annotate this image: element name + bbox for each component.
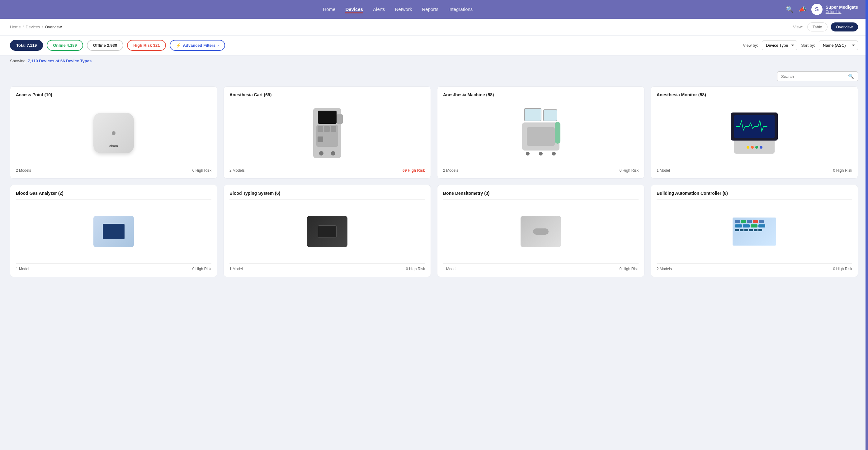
device-card[interactable]: Anesthesia Machine (58) — [437, 86, 645, 178]
breadcrumb-sep-2: / — [42, 25, 43, 29]
showing-bar: Showing: 7,119 Devices of 66 Device Type… — [0, 55, 868, 66]
user-org[interactable]: Columbia — [826, 10, 858, 14]
device-grid: Access Point (10) 2 Models0 High RiskAne… — [10, 86, 858, 277]
device-card-footer: 2 Models69 High Risk — [229, 165, 425, 173]
search-icon: 🔍 — [848, 74, 854, 79]
device-card-title: Blood Typing System (6) — [229, 191, 425, 200]
user-info: Super Medigate Columbia — [826, 5, 858, 14]
device-card-high-risk: 0 High Risk — [620, 168, 639, 173]
showing-prefix: Showing: — [10, 59, 27, 63]
device-card-title: Bone Densitometry (3) — [443, 191, 639, 200]
content-area: 🔍 Access Point (10) 2 Models0 High RiskA… — [0, 66, 868, 287]
nav-user: S Super Medigate Columbia — [811, 4, 858, 15]
view-label: View: — [793, 25, 803, 29]
main-nav: HomeDevicesAlertsNetworkReportsIntegrati… — [0, 0, 868, 19]
device-card[interactable]: Anesthesia Monitor (58) — [651, 86, 858, 178]
sort-by-label: Sort by: — [801, 43, 815, 48]
breadcrumb-bar: Home / Devices / Overview View: Table Ov… — [0, 19, 868, 35]
device-card-title: Building Automation Controller (8) — [657, 191, 852, 200]
device-card-footer: 1 Model0 High Risk — [657, 165, 852, 173]
device-card-image — [443, 105, 639, 161]
device-card-title: Anesthesia Monitor (58) — [657, 92, 852, 101]
advanced-filters-label: Advanced Filters — [183, 43, 215, 48]
device-card-models: 1 Model — [229, 267, 243, 271]
nav-links: HomeDevicesAlertsNetworkReportsIntegrati… — [10, 5, 786, 13]
search-row: 🔍 — [10, 72, 858, 81]
device-card-title: Anesthesia Machine (58) — [443, 92, 639, 101]
filter-bar: Total 7,119 Online 4,189 Offline 2,930 H… — [0, 35, 868, 55]
breadcrumb-current: Overview — [45, 25, 62, 29]
view-by-label: View by: — [743, 43, 758, 48]
high-risk-filter-button[interactable]: High Risk 321 — [127, 40, 166, 51]
device-card-footer: 1 Model0 High Risk — [443, 263, 639, 271]
avatar: S — [811, 4, 823, 15]
device-card-models: 2 Models — [657, 267, 672, 271]
device-card-image — [657, 105, 852, 161]
nav-link-integrations[interactable]: Integrations — [448, 5, 473, 13]
device-card-high-risk: 0 High Risk — [833, 267, 852, 271]
device-card-high-risk: 0 High Risk — [192, 267, 211, 271]
device-card-footer: 2 Models0 High Risk — [443, 165, 639, 173]
device-card[interactable]: Building Automation Controller (8) — [651, 185, 858, 277]
chevron-right-icon: › — [217, 43, 219, 48]
filter-icon: ⚡ — [176, 43, 181, 48]
nav-link-network[interactable]: Network — [395, 5, 412, 13]
device-card-models: 2 Models — [16, 168, 31, 173]
online-filter-button[interactable]: Online 4,189 — [47, 40, 83, 51]
nav-link-home[interactable]: Home — [323, 5, 335, 13]
device-card[interactable]: Access Point (10) 2 Models0 High Risk — [10, 86, 217, 178]
device-card[interactable]: Blood Typing System (6) 1 Model0 High Ri… — [223, 185, 431, 277]
device-card[interactable]: Blood Gas Analyzer (2) 1 Model0 High Ris… — [10, 185, 217, 277]
breadcrumb-home[interactable]: Home — [10, 25, 21, 29]
user-name: Super Medigate — [826, 5, 858, 10]
device-card-footer: 1 Model0 High Risk — [229, 263, 425, 271]
device-card-high-risk: 0 High Risk — [620, 267, 639, 271]
nav-link-reports[interactable]: Reports — [422, 5, 438, 13]
device-card-image — [229, 105, 425, 161]
device-card-models: 2 Models — [443, 168, 458, 173]
search-input[interactable] — [781, 74, 845, 79]
nav-link-alerts[interactable]: Alerts — [373, 5, 385, 13]
view-by-select[interactable]: Device TypeVendorLocationRisk Level — [762, 40, 797, 50]
device-card[interactable]: Bone Densitometry (3) 1 Model0 High Risk — [437, 185, 645, 277]
device-card-image — [657, 203, 852, 260]
device-card-title: Blood Gas Analyzer (2) — [16, 191, 211, 200]
nav-icons: 🔍 📣 S Super Medigate Columbia — [786, 4, 858, 15]
device-card-footer: 2 Models0 High Risk — [16, 165, 211, 173]
device-card-image — [229, 203, 425, 260]
device-card-title: Anesthesia Cart (69) — [229, 92, 425, 101]
device-card-image — [443, 203, 639, 260]
breadcrumb-devices[interactable]: Devices — [26, 25, 40, 29]
device-card-high-risk: 0 High Risk — [192, 168, 211, 173]
total-filter-button[interactable]: Total 7,119 — [10, 40, 43, 51]
overview-view-button[interactable]: Overview — [831, 23, 858, 31]
device-card-image — [16, 105, 211, 161]
advanced-filters-button[interactable]: ⚡ Advanced Filters › — [170, 40, 225, 51]
device-card-footer: 1 Model0 High Risk — [16, 263, 211, 271]
notifications-icon-button[interactable]: 📣 — [799, 6, 806, 13]
device-card-title: Access Point (10) — [16, 92, 211, 101]
view-toggle: View: Table Overview — [793, 23, 858, 31]
device-card-models: 2 Models — [229, 168, 245, 173]
device-card-footer: 2 Models0 High Risk — [657, 263, 852, 271]
search-box: 🔍 — [777, 72, 858, 81]
search-icon-button[interactable]: 🔍 — [786, 6, 794, 13]
breadcrumb-sep-1: / — [23, 25, 24, 29]
table-view-button[interactable]: Table — [807, 23, 828, 31]
device-card-models: 1 Model — [443, 267, 457, 271]
device-card-models: 1 Model — [657, 168, 670, 173]
device-card-high-risk: 69 High Risk — [403, 168, 425, 173]
nav-link-devices[interactable]: Devices — [345, 5, 363, 13]
device-card-high-risk: 0 High Risk — [406, 267, 425, 271]
breadcrumb: Home / Devices / Overview — [10, 25, 62, 29]
showing-highlight: 7,119 Devices of 66 Device Types — [28, 59, 92, 63]
device-card-image — [16, 203, 211, 260]
device-card-models: 1 Model — [16, 267, 29, 271]
sort-by-select[interactable]: Name (ASC)Name (DESC)Risk LevelCount — [819, 40, 858, 50]
side-accent — [866, 0, 868, 450]
offline-filter-button[interactable]: Offline 2,930 — [87, 40, 123, 51]
filter-right: View by: Device TypeVendorLocationRisk L… — [743, 40, 858, 50]
device-card-high-risk: 0 High Risk — [833, 168, 852, 173]
device-card[interactable]: Anesthesia Cart (69) 2 Mo — [223, 86, 431, 178]
